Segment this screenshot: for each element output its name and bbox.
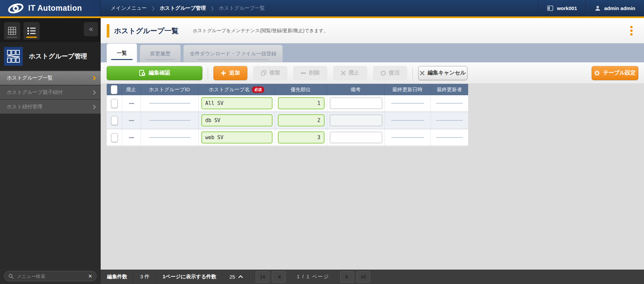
button-label: 追加 <box>229 69 240 76</box>
priority-input[interactable] <box>278 131 325 144</box>
first-page-button[interactable] <box>256 271 269 283</box>
sidebar-item-host-link-mgmt[interactable]: ホスト紐付管理 <box>0 99 101 114</box>
sidebar-item-label: ホストグループ一覧 <box>7 75 53 81</box>
required-badge: 必須 <box>252 87 264 93</box>
column-header-priority: 優先順位 <box>291 87 311 93</box>
breadcrumb: メインメニュー ❯ ホストグループ管理 ❯ ホストグループ一覧 <box>101 0 538 16</box>
tab-label: 変更履歴 <box>150 51 170 57</box>
edit-confirm-button[interactable]: 編集確認 <box>107 66 202 80</box>
hostgroup-management-icon <box>4 47 23 66</box>
grid-icon <box>8 26 16 35</box>
next-page-button[interactable] <box>340 271 354 283</box>
discard-dash <box>129 103 134 104</box>
workspace-icon <box>547 5 553 11</box>
button-label: 編集キャンセル <box>428 69 466 76</box>
page-indicator: 1 / 1 ページ <box>297 274 329 280</box>
add-button[interactable]: 追加 <box>213 66 247 80</box>
breadcrumb-main-menu[interactable]: メインメニュー <box>111 5 147 11</box>
restore-button: 復活 <box>373 66 407 80</box>
discard-button: 廃止 <box>333 66 367 80</box>
title-accent-bar <box>107 24 109 38</box>
main-content: ホストグループ一覧 ホストグループをメンテナンス(閲覧/登録/更新/廃止)できま… <box>101 18 644 284</box>
hostgroup-name-input[interactable] <box>201 131 273 144</box>
workspace-selector[interactable]: work001 <box>538 0 586 16</box>
minus-icon <box>301 72 306 74</box>
per-page-value: 25 <box>230 274 235 280</box>
sidebar-tab-grid[interactable] <box>4 22 20 40</box>
discard-dash <box>129 137 134 138</box>
tab-list[interactable]: 一覧 <box>107 44 137 62</box>
gear-icon <box>594 70 600 76</box>
sidebar-collapse-button[interactable]: « <box>84 22 98 36</box>
search-clear-icon[interactable]: ✕ <box>88 273 92 279</box>
toolbar-divider <box>412 67 413 79</box>
breadcrumb-hostgroup-mgmt[interactable]: ホストグループ管理 <box>160 5 206 11</box>
sidebar: « ホストグループ管理 ホストグループ一覧 <box>0 18 101 284</box>
row-checkbox[interactable] <box>111 116 118 125</box>
tab-download-bulk-register[interactable]: 全件ダウンロード・ファイル一括登録 <box>184 45 283 62</box>
app-logo-icon <box>7 2 24 15</box>
tab-label: 全件ダウンロード・ファイル一括登録 <box>190 51 276 57</box>
note-input[interactable] <box>330 98 382 109</box>
circle-icon <box>381 70 386 76</box>
app-logo-block[interactable]: IT Automation <box>0 0 101 16</box>
discard-dash <box>129 120 134 121</box>
hostgroup-name-input[interactable] <box>201 97 273 109</box>
document-magnifier-icon <box>139 70 146 76</box>
cross-icon <box>420 71 425 75</box>
sidebar-view-tabs: « <box>0 18 101 42</box>
sidebar-tab-menu-list[interactable] <box>23 22 40 40</box>
priority-input[interactable] <box>278 97 325 109</box>
tab-underline <box>197 59 268 60</box>
button-label: 復活 <box>389 69 400 76</box>
note-input[interactable] <box>330 132 382 143</box>
search-icon <box>8 274 14 279</box>
button-label: 削除 <box>309 69 320 76</box>
select-all-checkbox[interactable] <box>111 85 117 94</box>
breadcrumb-separator-icon: ❯ <box>210 6 214 11</box>
sidebar-item-hostgroup-parentchild[interactable]: ホストグループ親子紐付 <box>0 85 101 99</box>
prev-page-button[interactable] <box>272 271 286 283</box>
edit-toolbar: 編集確認 追加 複製 <box>101 62 644 84</box>
menu-search-input[interactable] <box>17 274 85 279</box>
button-label: 編集確認 <box>149 69 170 76</box>
edit-count-value: 3 件 <box>134 270 156 284</box>
tab-change-history[interactable]: 変更履歴 <box>140 45 181 62</box>
table-row <box>107 112 468 129</box>
cross-icon <box>341 71 346 75</box>
sidebar-menu: ホストグループ一覧 ホストグループ親子紐付 ホスト紐付管理 <box>0 70 101 114</box>
updated-at-placeholder-line <box>391 103 424 104</box>
sidebar-item-hostgroup-list[interactable]: ホストグループ一覧 <box>0 70 101 85</box>
delete-button: 削除 <box>293 66 327 80</box>
last-page-button[interactable] <box>356 271 370 283</box>
chevron-right-icon <box>93 104 96 110</box>
menu-search-box: ✕ <box>4 271 97 281</box>
hostgroup-name-input[interactable] <box>201 114 273 126</box>
page-description: ホストグループをメンテナンス(閲覧/登録/更新/廃止)できます。 <box>193 28 329 34</box>
copy-icon <box>261 70 266 76</box>
table-settings-button[interactable]: テーブル設定 <box>592 66 638 80</box>
row-checkbox[interactable] <box>111 133 118 142</box>
column-header-updated-at: 最終更新日時 <box>392 87 423 93</box>
row-checkbox[interactable] <box>111 99 118 108</box>
sidebar-menu-header: ホストグループ管理 <box>0 42 101 70</box>
note-input[interactable] <box>330 115 382 126</box>
edit-cancel-button[interactable]: 編集キャンセル <box>418 66 467 80</box>
tab-underline <box>111 59 133 60</box>
per-page-label: 1ページに表示する件数 <box>156 270 223 284</box>
sidebar-search-area: ✕ <box>0 268 101 284</box>
priority-input[interactable] <box>278 114 325 126</box>
table-row <box>107 129 468 147</box>
button-label: テーブル設定 <box>603 69 636 76</box>
page-menu-dots-icon[interactable] <box>628 24 635 38</box>
tab-underline <box>26 37 37 38</box>
page-header: ホストグループ一覧 ホストグループをメンテナンス(閲覧/登録/更新/廃止)できま… <box>101 18 644 43</box>
user-menu[interactable]: admin admin <box>586 0 644 16</box>
chevron-up-icon <box>238 275 243 278</box>
per-page-select[interactable]: 25 <box>223 270 250 284</box>
id-placeholder-line <box>149 137 190 138</box>
column-header-name: ホストグループ名 <box>209 87 250 93</box>
button-label: 廃止 <box>349 69 359 76</box>
updated-at-placeholder-line <box>391 137 424 138</box>
column-header-discard: 廃止 <box>126 87 136 93</box>
